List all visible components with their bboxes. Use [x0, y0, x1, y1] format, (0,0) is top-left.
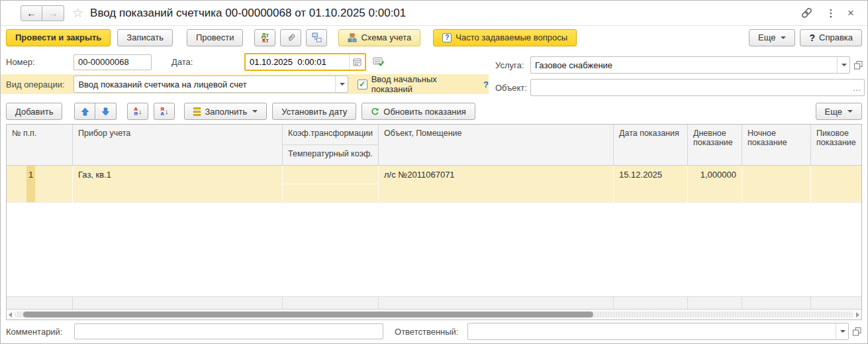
title-bar: ← → ☆ Ввод показаний счетчика 00-0000006… — [1, 1, 867, 26]
operation-select[interactable]: Ввод показаний счетчика на лицевой счет — [73, 76, 348, 93]
chevron-down-icon — [340, 83, 345, 86]
table-footer-row — [7, 296, 861, 310]
col-header-coef-temperature: Температурный коэф. — [283, 145, 378, 165]
page-title: Ввод показаний счетчика 00-00000068 от 0… — [90, 7, 406, 20]
footer-fields: Комментарий: Ответственный: — [1, 320, 867, 343]
paperclip-icon — [286, 32, 296, 42]
write-button[interactable]: Записать — [117, 29, 173, 46]
service-row: Услуга: Газовое снабжение — [495, 56, 863, 74]
scroll-left-icon[interactable] — [9, 312, 12, 317]
attachments-button[interactable] — [280, 29, 301, 46]
cell-num[interactable]: 1 — [7, 166, 73, 202]
col-header-peak-reading[interactable]: Пиковое показание — [811, 125, 861, 165]
help-button[interactable]: ?Справка — [800, 29, 862, 46]
chevron-down-icon — [252, 110, 258, 113]
number-input[interactable] — [73, 54, 152, 70]
open-service-button[interactable] — [853, 60, 863, 70]
col-header-device[interactable]: Прибор учета — [73, 125, 283, 165]
operation-label: Вид операции: — [6, 80, 73, 89]
sort-descending-icon: ЯА ↓ — [160, 107, 168, 116]
current-row-marker: 1 — [26, 166, 35, 202]
cell-reading-date[interactable]: 15.12.2025 — [614, 166, 688, 202]
col-header-coef-transformation: Коэф.трансформации — [283, 125, 378, 145]
service-label: Услуга: — [495, 60, 530, 70]
service-select[interactable]: Газовое снабжение — [530, 56, 850, 74]
related-documents-button[interactable] — [306, 29, 327, 46]
cell-coefficients[interactable] — [283, 166, 379, 202]
table-toolbar: Добавить АЯ ↓ ЯА ↓ Заполнить Установи — [1, 100, 867, 123]
main-toolbar: Провести и закрыть Записать Провести ДтК… — [1, 26, 867, 47]
initial-readings-checkbox[interactable]: ✓ — [358, 80, 367, 89]
arrow-up-icon — [81, 107, 89, 116]
dtkt-icon: ДтКт — [262, 32, 269, 43]
move-row-down-button[interactable] — [95, 103, 117, 120]
open-responsible-button[interactable] — [852, 327, 862, 337]
responsible-select[interactable] — [467, 323, 849, 340]
move-row-up-button[interactable] — [74, 103, 95, 120]
initial-readings-label[interactable]: Ввод начальных показаний — [371, 74, 479, 94]
number-date-row: Номер: Дата: — [6, 53, 385, 71]
col-header-night-reading[interactable]: Ночное показание — [742, 125, 811, 165]
chevron-down-icon — [842, 64, 847, 66]
favorite-star-icon[interactable]: ☆ — [72, 5, 83, 21]
move-row-group — [74, 103, 117, 120]
related-documents-icon — [312, 32, 322, 42]
accounting-scheme-button[interactable]: Схема учета — [338, 29, 420, 46]
cell-day-reading[interactable]: 1,000000 — [688, 166, 742, 202]
readings-table: № п.п. Прибор учета Коэф.трансформации Т… — [6, 124, 862, 320]
date-input[interactable] — [246, 57, 349, 67]
object-row: Объект: … — [495, 79, 865, 96]
more-button-table[interactable]: Еще — [816, 103, 862, 120]
cell-object[interactable]: л/с №2011067071 — [379, 166, 614, 202]
date-field — [244, 53, 366, 71]
forward-icon: → — [48, 7, 58, 19]
fill-button[interactable]: Заполнить — [184, 103, 267, 120]
col-header-num[interactable]: № п.п. — [7, 125, 73, 165]
post-button[interactable]: Провести — [187, 29, 244, 46]
nav-history-group: ← → — [21, 5, 64, 21]
scroll-right-icon[interactable] — [856, 312, 859, 317]
back-button[interactable]: ← — [21, 5, 42, 21]
set-date-button[interactable]: Установить дату — [272, 103, 356, 120]
comment-input[interactable] — [74, 323, 383, 339]
table-empty-area — [7, 203, 861, 296]
horizontal-scrollbar[interactable] — [7, 310, 861, 319]
cell-coef-temperature — [283, 184, 378, 202]
more-button-top[interactable]: Еще — [749, 29, 795, 46]
object-input[interactable] — [531, 83, 849, 93]
close-icon[interactable]: × — [841, 7, 861, 20]
scrollbar-track[interactable] — [15, 312, 853, 317]
object-field: … — [530, 79, 865, 96]
col-header-day-reading[interactable]: Дневное показание — [688, 125, 742, 165]
col-header-coefficients[interactable]: Коэф.трансформации Температурный коэф. — [283, 125, 379, 165]
responsible-label: Ответственный: — [395, 327, 463, 337]
cell-night-reading[interactable] — [742, 166, 811, 202]
set-posting-time-button[interactable] — [373, 56, 385, 68]
scrollbar-thumb[interactable] — [23, 312, 594, 317]
cell-peak-reading[interactable] — [811, 166, 861, 202]
cell-device[interactable]: Газ, кв.1 — [73, 166, 283, 202]
table-row[interactable]: 1 Газ, кв.1 л/с №2011067071 15.12.2025 1… — [7, 166, 861, 203]
fill-lines-icon — [193, 107, 201, 116]
open-item-icon — [852, 327, 862, 337]
add-row-button[interactable]: Добавить — [6, 103, 62, 120]
get-link-icon[interactable] — [801, 7, 821, 19]
calendar-picker-button[interactable] — [349, 54, 365, 70]
sort-descending-button[interactable]: ЯА ↓ — [154, 103, 175, 120]
object-label: Объект: — [495, 83, 530, 93]
dtkt-button[interactable]: ДтКт — [254, 29, 275, 46]
initial-readings-help-link[interactable]: ? — [483, 80, 489, 89]
refresh-readings-button[interactable]: Обновить показания — [362, 103, 475, 120]
col-header-reading-date[interactable]: Дата показания — [614, 125, 688, 165]
back-icon: ← — [26, 7, 36, 19]
sort-ascending-button[interactable]: АЯ ↓ — [127, 103, 148, 120]
date-label: Дата: — [171, 57, 239, 67]
faq-button[interactable]: ? Часто задаваемые вопросы — [433, 29, 577, 46]
chevron-down-icon — [781, 36, 786, 39]
chevron-down-icon — [847, 110, 853, 113]
col-header-object[interactable]: Объект, Помещение — [379, 125, 614, 165]
forward-button[interactable]: → — [42, 5, 64, 21]
post-and-close-button[interactable]: Провести и закрыть — [6, 29, 111, 46]
object-choose-button[interactable]: … — [849, 83, 864, 93]
more-menu-icon[interactable]: ⋮ — [821, 7, 841, 19]
